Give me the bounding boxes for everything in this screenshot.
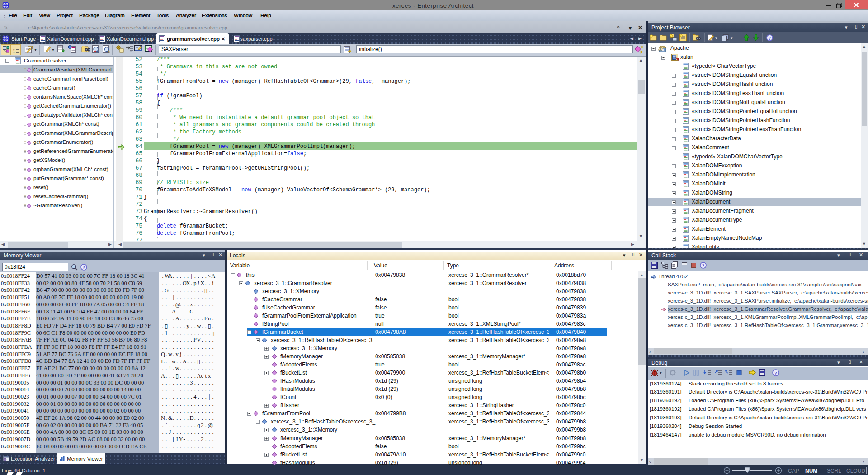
svg-text:?: ?	[769, 36, 771, 41]
svg-text:?: ?	[702, 263, 704, 268]
svg-text:3: 3	[13, 52, 15, 53]
svg-text:?: ?	[774, 370, 777, 376]
svg-text:?: ?	[83, 265, 85, 270]
svg-text:T: T	[69, 46, 71, 49]
